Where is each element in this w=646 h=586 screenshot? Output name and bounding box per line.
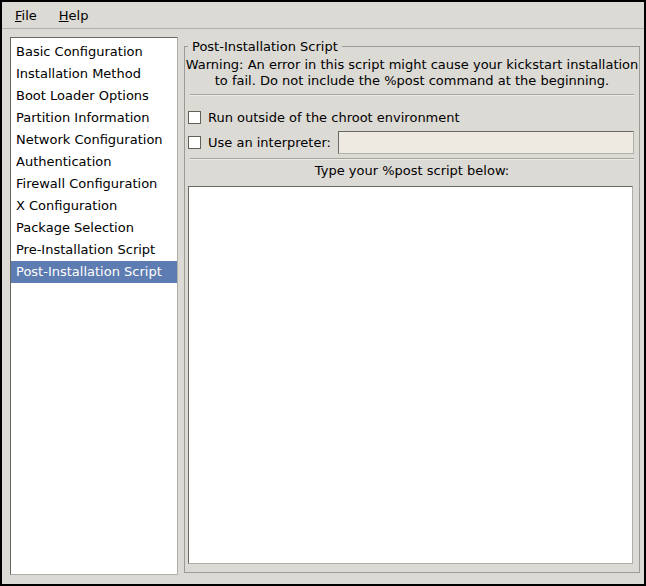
sidebar-item[interactable]: Package Selection	[11, 217, 177, 239]
menu-help[interactable]: Help	[54, 6, 94, 25]
sidebar-item[interactable]: Pre-Installation Script	[11, 239, 177, 261]
sidebar-item[interactable]: Authentication	[11, 151, 177, 173]
chroot-checkbox-label[interactable]: Run outside of the chroot environment	[208, 110, 460, 125]
frame-title: Post-Installation Script	[188, 39, 342, 54]
post-script-textarea[interactable]	[188, 186, 633, 564]
kickstart-configurator-window: File Help Basic ConfigurationInstallatio…	[0, 0, 646, 586]
separator	[190, 158, 634, 160]
interpreter-checkbox-label[interactable]: Use an interpreter:	[208, 135, 331, 150]
chroot-checkbox-row: Run outside of the chroot environment	[188, 105, 634, 129]
menu-file[interactable]: File	[10, 6, 42, 25]
sidebar-item[interactable]: Basic Configuration	[11, 41, 177, 63]
sidebar-item[interactable]: Partition Information	[11, 107, 177, 129]
sidebar-item[interactable]: Firewall Configuration	[11, 173, 177, 195]
script-caption: Type your %post script below:	[184, 163, 640, 178]
warning-text-line1: Warning: An error in this script might c…	[184, 57, 640, 72]
sidebar-item[interactable]: Network Configuration	[11, 129, 177, 151]
sidebar-list[interactable]: Basic ConfigurationInstallation MethodBo…	[10, 37, 178, 575]
sidebar-item[interactable]: Installation Method	[11, 63, 177, 85]
interpreter-input[interactable]	[338, 131, 634, 154]
sidebar-item[interactable]: X Configuration	[11, 195, 177, 217]
chroot-checkbox[interactable]	[188, 111, 201, 124]
interpreter-checkbox-row: Use an interpreter:	[188, 130, 634, 154]
sidebar-item[interactable]: Boot Loader Options	[11, 85, 177, 107]
sidebar-item[interactable]: Post-Installation Script	[11, 261, 177, 283]
menubar: File Help	[2, 2, 644, 29]
separator	[190, 94, 634, 96]
warning-text-line2: to fail. Do not include the %post comman…	[184, 73, 640, 88]
interpreter-checkbox[interactable]	[188, 136, 201, 149]
